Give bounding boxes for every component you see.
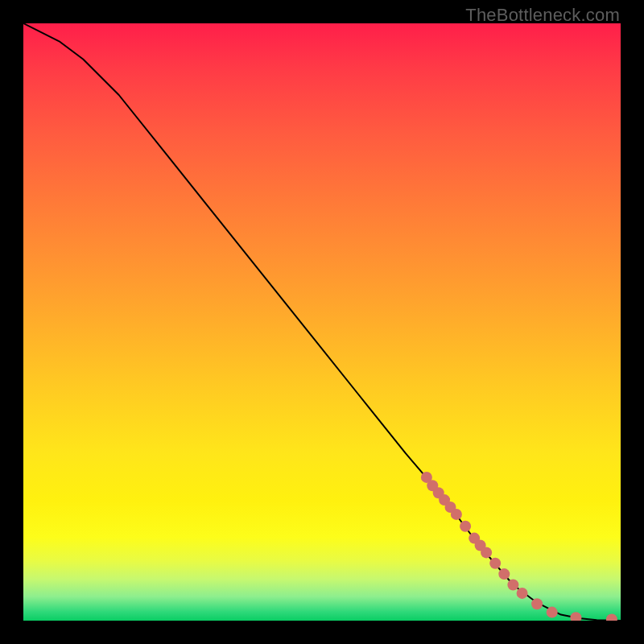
data-point xyxy=(606,614,617,621)
data-point xyxy=(547,607,558,618)
plot-area xyxy=(23,23,621,621)
bottleneck-curve xyxy=(23,23,621,621)
attribution-text: TheBottleneck.com xyxy=(465,5,620,26)
chart-frame: TheBottleneck.com xyxy=(0,0,644,644)
data-point xyxy=(481,547,492,558)
data-point xyxy=(507,580,518,591)
data-point xyxy=(460,521,471,532)
data-point xyxy=(451,509,462,520)
data-point xyxy=(531,598,543,609)
data-point xyxy=(489,558,501,569)
data-point xyxy=(517,588,528,599)
data-markers xyxy=(421,472,617,621)
curve-layer xyxy=(23,23,621,621)
data-point xyxy=(498,568,510,580)
data-point xyxy=(570,612,581,621)
